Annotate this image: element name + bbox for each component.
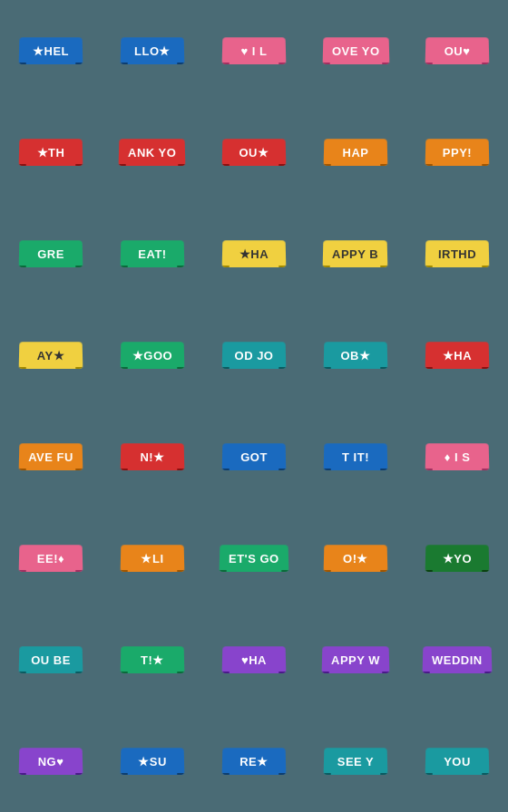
banner-r1-c1[interactable]: ANK YO xyxy=(119,139,186,166)
banner-r4-c1[interactable]: N!★ xyxy=(121,443,185,470)
cell-r2-c0: GRE xyxy=(0,203,102,304)
cell-r0-c3: OVE YO xyxy=(305,0,406,102)
banner-r1-c4[interactable]: PPY! xyxy=(425,139,490,166)
cell-r4-c0: AVE FU xyxy=(0,406,102,508)
cell-r5-c4: ★YO xyxy=(406,508,508,609)
banner-text-r2-c0: GRE xyxy=(37,247,64,261)
banner-r5-c3[interactable]: O!★ xyxy=(324,545,388,572)
cell-r5-c1: ★LI xyxy=(102,508,203,609)
cell-r6-c3: APPY W xyxy=(305,609,406,710)
banner-r0-c0[interactable]: ★HEL xyxy=(19,37,83,64)
banner-r4-c0[interactable]: AVE FU xyxy=(19,443,83,470)
banner-r4-c2[interactable]: GOT xyxy=(222,443,287,470)
cell-r0-c1: LLO★ xyxy=(102,0,203,102)
banner-text-r4-c1: N!★ xyxy=(140,450,164,464)
cell-r3-c3: OB★ xyxy=(305,304,406,406)
banner-text-r3-c0: AY★ xyxy=(37,349,65,362)
banner-r1-c3[interactable]: HAP xyxy=(324,139,388,166)
banner-text-r0-c2: ♥ I L xyxy=(240,44,267,58)
cell-r0-c2: ♥ I L xyxy=(203,0,305,102)
cell-r1-c2: OU★ xyxy=(203,102,305,203)
banner-r7-c4[interactable]: YOU xyxy=(425,748,490,775)
banner-text-r5-c1: ★LI xyxy=(141,552,163,566)
banner-r6-c2[interactable]: ♥HA xyxy=(222,646,287,673)
banner-r3-c1[interactable]: ★GOO xyxy=(121,342,185,369)
cell-r1-c4: PPY! xyxy=(406,102,508,203)
banner-r6-c3[interactable]: APPY W xyxy=(322,646,390,673)
banner-r7-c1[interactable]: ★SU xyxy=(121,748,185,775)
cell-r6-c0: OU BE xyxy=(0,609,102,710)
banner-r1-c2[interactable]: OU★ xyxy=(222,139,287,166)
banner-r7-c0[interactable]: NG♥ xyxy=(19,748,83,775)
cell-r3-c4: ★HA xyxy=(406,304,508,406)
cell-r2-c4: IRTHD xyxy=(406,203,508,304)
banner-text-r1-c3: HAP xyxy=(342,146,368,160)
banner-r3-c0[interactable]: AY★ xyxy=(19,342,83,369)
cell-r1-c3: HAP xyxy=(305,102,406,203)
banner-text-r7-c0: NG♥ xyxy=(38,755,64,768)
cell-r5-c2: ET'S GO xyxy=(203,508,305,609)
banner-r3-c4[interactable]: ★HA xyxy=(425,342,490,369)
banner-r6-c0[interactable]: OU BE xyxy=(19,646,83,673)
banner-r7-c3[interactable]: SEE Y xyxy=(324,748,388,775)
banner-r2-c0[interactable]: GRE xyxy=(19,240,83,267)
cell-r7-c3: SEE Y xyxy=(305,710,406,812)
banner-r2-c2[interactable]: ★HA xyxy=(222,240,287,267)
cell-r2-c1: EAT! xyxy=(102,203,203,304)
banner-text-r5-c4: ★YO xyxy=(443,552,472,566)
cell-r4-c4: ♦ I S xyxy=(406,406,508,508)
banner-text-r7-c2: RE★ xyxy=(239,755,269,768)
cell-r5-c3: O!★ xyxy=(305,508,406,609)
cell-r6-c4: WEDDIN xyxy=(406,609,508,710)
cell-r1-c0: ★TH xyxy=(0,102,102,203)
banner-text-r6-c4: WEDDIN xyxy=(432,653,483,667)
banner-r3-c3[interactable]: OB★ xyxy=(324,342,388,369)
banner-text-r7-c3: SEE Y xyxy=(337,755,375,768)
banner-r0-c2[interactable]: ♥ I L xyxy=(222,37,287,64)
banner-r6-c1[interactable]: T!★ xyxy=(121,646,185,673)
banner-text-r2-c4: IRTHD xyxy=(438,247,476,261)
banner-r2-c1[interactable]: EAT! xyxy=(121,240,185,267)
banner-r3-c2[interactable]: OD JO xyxy=(222,342,287,369)
banner-text-r5-c0: EE!♦ xyxy=(37,552,64,566)
banner-r0-c1[interactable]: LLO★ xyxy=(121,37,185,64)
banner-r5-c4[interactable]: ★YO xyxy=(425,545,490,572)
banner-text-r3-c2: OD JO xyxy=(234,349,273,362)
banner-r1-c0[interactable]: ★TH xyxy=(19,139,83,166)
cell-r6-c1: T!★ xyxy=(102,609,203,710)
banner-r5-c1[interactable]: ★LI xyxy=(121,545,185,572)
banner-text-r4-c2: GOT xyxy=(240,450,268,464)
banner-text-r0-c0: ★HEL xyxy=(33,44,69,58)
cell-r2-c2: ★HA xyxy=(203,203,305,304)
banner-text-r4-c0: AVE FU xyxy=(28,450,73,464)
cell-r5-c0: EE!♦ xyxy=(0,508,102,609)
banner-r5-c0[interactable]: EE!♦ xyxy=(19,545,83,572)
banner-r4-c3[interactable]: T IT! xyxy=(324,443,388,470)
banner-text-r6-c1: T!★ xyxy=(141,653,164,667)
banner-text-r7-c1: ★SU xyxy=(138,755,167,768)
banner-text-r1-c4: PPY! xyxy=(443,146,473,160)
banner-text-r4-c4: ♦ I S xyxy=(444,450,471,464)
banner-r6-c4[interactable]: WEDDIN xyxy=(423,646,493,673)
banner-text-r2-c3: APPY B xyxy=(332,247,378,261)
banner-r2-c4[interactable]: IRTHD xyxy=(425,240,490,267)
cell-r7-c1: ★SU xyxy=(102,710,203,812)
banner-text-r3-c4: ★HA xyxy=(443,349,472,362)
banner-text-r1-c2: OU★ xyxy=(239,146,269,160)
banner-text-r7-c4: YOU xyxy=(444,755,471,768)
banner-text-r5-c3: O!★ xyxy=(343,552,368,566)
cell-r7-c2: RE★ xyxy=(203,710,305,812)
banner-text-r0-c3: OVE YO xyxy=(332,44,380,58)
sticker-grid: ★HELLLO★♥ I LOVE YOOU♥★THANK YOOU★HAPPPY… xyxy=(0,0,508,812)
banner-text-r0-c1: LLO★ xyxy=(134,44,171,58)
cell-r6-c2: ♥HA xyxy=(203,609,305,710)
banner-r7-c2[interactable]: RE★ xyxy=(222,748,287,775)
banner-text-r6-c2: ♥HA xyxy=(241,653,267,667)
banner-text-r1-c1: ANK YO xyxy=(128,146,177,160)
banner-r4-c4[interactable]: ♦ I S xyxy=(425,443,490,470)
banner-r2-c3[interactable]: APPY B xyxy=(323,240,388,267)
cell-r4-c3: T IT! xyxy=(305,406,406,508)
banner-r0-c3[interactable]: OVE YO xyxy=(322,37,388,64)
banner-r5-c2[interactable]: ET'S GO xyxy=(220,545,289,572)
banner-r0-c4[interactable]: OU♥ xyxy=(425,37,490,64)
